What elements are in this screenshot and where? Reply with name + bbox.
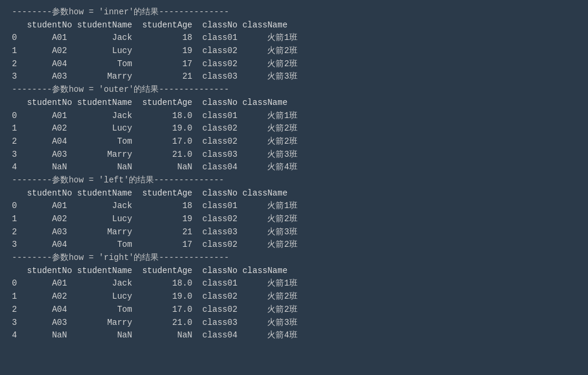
data-row: 4 NaN NaN NaN class04 火箭4班 [12,330,298,340]
section-header: --------参数how = 'left'的结果-------------- [12,175,224,185]
section-header: --------参数how = 'outer'的结果-------------- [12,85,229,94]
data-row: 4 NaN NaN NaN class04 火箭4班 [12,162,298,172]
col-header: studentNo studentName studentAge classNo… [12,98,287,107]
data-row: 1 A02 Lucy 19 class02 火箭2班 [12,214,298,224]
data-row: 3 A03 Marry 21.0 class03 火箭3班 [12,150,298,159]
terminal-output: --------参数how = 'inner'的结果--------------… [12,6,576,342]
data-row: 3 A04 Tom 17 class02 火箭2班 [12,240,298,249]
data-row: 3 A03 Marry 21.0 class03 火箭3班 [12,318,298,327]
data-row: 0 A01 Jack 18 class01 火箭1班 [12,33,298,42]
data-row: 2 A03 Marry 21 class03 火箭3班 [12,227,298,237]
section-header: --------参数how = 'right'的结果-------------- [12,253,229,262]
col-header: studentNo studentName studentAge classNo… [12,266,287,275]
data-row: 1 A02 Lucy 19 class02 火箭2班 [12,46,298,55]
data-row: 0 A01 Jack 18.0 class01 火箭1班 [12,278,298,288]
section-header: --------参数how = 'inner'的结果-------------- [12,7,229,17]
data-row: 0 A01 Jack 18 class01 火箭1班 [12,201,298,210]
data-row: 1 A02 Lucy 19.0 class02 火箭2班 [12,123,298,133]
data-row: 3 A03 Marry 21 class03 火箭3班 [12,72,298,81]
col-header: studentNo studentName studentAge classNo… [12,188,287,198]
data-row: 0 A01 Jack 18.0 class01 火箭1班 [12,111,298,120]
data-row: 1 A02 Lucy 19.0 class02 火箭2班 [12,292,298,301]
col-header: studentNo studentName studentAge classNo… [12,20,287,30]
data-row: 2 A04 Tom 17.0 class02 火箭2班 [12,305,298,314]
data-row: 2 A04 Tom 17 class02 火箭2班 [12,59,298,69]
data-row: 2 A04 Tom 17.0 class02 火箭2班 [12,137,298,146]
